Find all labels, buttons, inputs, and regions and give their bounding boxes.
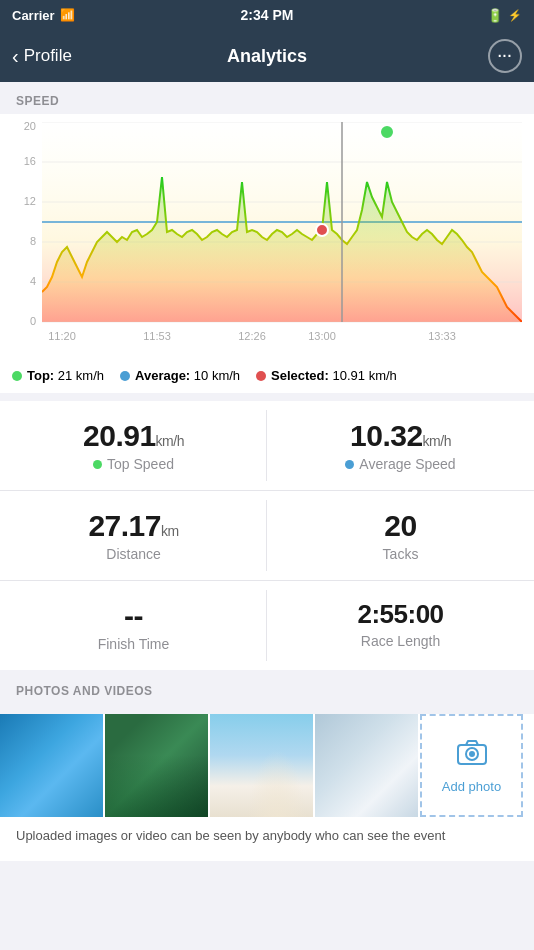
more-icon: ··· — [498, 48, 513, 64]
top-speed-value: 20.91km/h — [83, 419, 184, 453]
average-speed-value: 10.32km/h — [350, 419, 451, 453]
tacks-value: 20 — [384, 509, 416, 543]
race-length-label: Race Length — [361, 633, 440, 649]
speed-chart-svg: 0 4 8 12 16 20 11:20 11:53 12:26 13:00 1… — [12, 122, 522, 342]
speed-header-label: SPEED — [16, 94, 59, 108]
legend-average: Average: 10 km/h — [120, 368, 240, 383]
svg-point-17 — [316, 224, 328, 236]
average-speed-label: Average Speed — [345, 456, 455, 472]
stat-finish-time: -- Finish Time — [0, 581, 267, 670]
speed-chart-container: 0 4 8 12 16 20 11:20 11:53 12:26 13:00 1… — [0, 114, 534, 393]
status-left: Carrier 📶 — [12, 8, 75, 23]
stat-distance: 27.17km Distance — [0, 491, 267, 581]
photos-section-header: PHOTOS AND VIDEOS — [0, 670, 534, 706]
distance-label: Distance — [106, 546, 160, 562]
svg-text:12: 12 — [24, 195, 36, 207]
top-dot — [12, 371, 22, 381]
svg-text:0: 0 — [30, 315, 36, 327]
legend-top: Top: 21 km/h — [12, 368, 104, 383]
svg-text:16: 16 — [24, 155, 36, 167]
status-time: 2:34 PM — [241, 7, 294, 23]
average-dot — [120, 371, 130, 381]
back-button[interactable]: ‹ Profile — [12, 45, 72, 68]
average-legend-label: Average: 10 km/h — [135, 368, 240, 383]
stats-section: 20.91km/h Top Speed 10.32km/h Average Sp… — [0, 401, 534, 670]
battery-charging-icon: 🔋 — [487, 8, 503, 23]
average-speed-dot — [345, 460, 354, 469]
svg-text:11:53: 11:53 — [143, 330, 171, 342]
stat-race-length: 2:55:00 Race Length — [267, 581, 534, 670]
svg-point-16 — [380, 125, 394, 139]
photos-section: Add photo Uploaded images or video can b… — [0, 714, 534, 861]
stat-top-speed: 20.91km/h Top Speed — [0, 401, 267, 491]
svg-point-25 — [469, 751, 475, 757]
nav-bar: ‹ Profile Analytics ··· — [0, 30, 534, 82]
page-title: Analytics — [227, 46, 307, 67]
svg-text:13:00: 13:00 — [308, 330, 336, 342]
wifi-icon: 📶 — [60, 8, 75, 22]
photo-thumb-2[interactable] — [105, 714, 208, 817]
top-legend-label: Top: 21 km/h — [27, 368, 104, 383]
top-speed-dot — [93, 460, 102, 469]
finish-time-value: -- — [124, 599, 143, 633]
chart-legend: Top: 21 km/h Average: 10 km/h Selected: … — [12, 362, 522, 387]
back-label: Profile — [24, 46, 72, 66]
svg-text:20: 20 — [24, 122, 36, 132]
add-photo-label: Add photo — [442, 779, 501, 794]
stat-average-speed: 10.32km/h Average Speed — [267, 401, 534, 491]
svg-text:13:33: 13:33 — [428, 330, 456, 342]
photos-note: Uploaded images or video can be seen by … — [0, 817, 534, 861]
stats-grid: 20.91km/h Top Speed 10.32km/h Average Sp… — [0, 401, 534, 670]
status-right: 🔋 ⚡ — [487, 8, 522, 23]
distance-value: 27.17km — [88, 509, 178, 543]
back-chevron-icon: ‹ — [12, 45, 19, 68]
svg-text:8: 8 — [30, 235, 36, 247]
carrier-label: Carrier — [12, 8, 55, 23]
stat-tacks: 20 Tacks — [267, 491, 534, 581]
camera-icon — [456, 738, 488, 773]
race-length-value: 2:55:00 — [357, 599, 443, 630]
add-photo-button[interactable]: Add photo — [420, 714, 523, 817]
status-bar: Carrier 📶 2:34 PM 🔋 ⚡ — [0, 0, 534, 30]
speed-section-header: SPEED — [0, 82, 534, 114]
finish-time-label: Finish Time — [98, 636, 170, 652]
charging-icon: ⚡ — [508, 9, 522, 22]
tacks-label: Tacks — [383, 546, 419, 562]
selected-legend-label: Selected: 10.91 km/h — [271, 368, 397, 383]
more-button[interactable]: ··· — [488, 39, 522, 73]
selected-dot — [256, 371, 266, 381]
svg-text:4: 4 — [30, 275, 36, 287]
svg-text:12:26: 12:26 — [238, 330, 266, 342]
photos-grid: Add photo — [0, 714, 534, 817]
chart-area[interactable]: 0 4 8 12 16 20 11:20 11:53 12:26 13:00 1… — [12, 122, 522, 362]
photo-thumb-1[interactable] — [0, 714, 103, 817]
legend-selected: Selected: 10.91 km/h — [256, 368, 397, 383]
photo-thumb-3[interactable] — [210, 714, 313, 817]
svg-text:11:20: 11:20 — [48, 330, 76, 342]
photos-header-label: PHOTOS AND VIDEOS — [16, 684, 153, 698]
photo-thumb-4[interactable] — [315, 714, 418, 817]
top-speed-label: Top Speed — [93, 456, 174, 472]
